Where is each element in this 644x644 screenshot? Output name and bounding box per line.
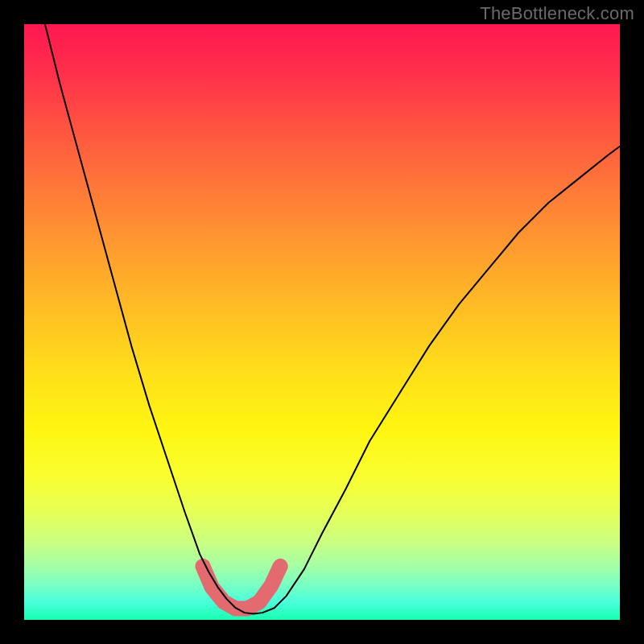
series-marker-outline: [203, 566, 280, 609]
watermark-text: TheBottleneck.com: [480, 3, 634, 24]
series-bottleneck-curve: [45, 24, 620, 614]
chart-container: TheBottleneck.com: [0, 0, 644, 644]
curve-overlay: [24, 24, 620, 620]
plot-area: [24, 24, 620, 620]
